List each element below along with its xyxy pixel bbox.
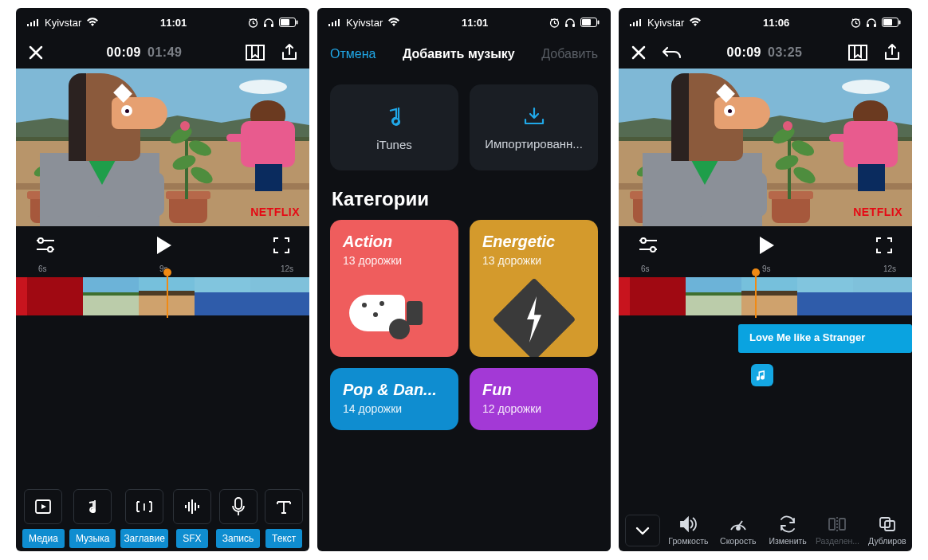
svg-rect-44: [883, 19, 892, 25]
split-icon: [828, 515, 847, 533]
svg-rect-5: [264, 24, 266, 27]
audio-track[interactable]: Love Me like a Stranger: [619, 324, 912, 353]
battery-icon: [580, 18, 600, 27]
bookmark-button[interactable]: [847, 43, 869, 62]
category-pop-dance[interactable]: Pop & Dan... 14 дорожки: [330, 368, 458, 430]
clock-label: 11:06: [763, 17, 789, 29]
share-button[interactable]: [281, 43, 298, 62]
cancel-button[interactable]: Отмена: [330, 47, 376, 61]
video-preview[interactable]: NETFLIX: [16, 69, 309, 226]
status-bar: Kyivstar 11:01: [317, 8, 611, 37]
section-title: Категории: [317, 170, 611, 220]
svg-rect-38: [636, 21, 638, 26]
fullscreen-button[interactable]: [875, 237, 893, 254]
timeline-ruler: 6s9s12s: [619, 264, 912, 276]
svg-rect-22: [195, 503, 196, 511]
svg-rect-0: [27, 24, 29, 26]
import-itunes[interactable]: iTunes: [330, 84, 458, 170]
bolt-icon: [492, 278, 576, 357]
add-button[interactable]: Добавить: [541, 47, 598, 61]
collapse-button[interactable]: [625, 515, 660, 546]
audio-clip[interactable]: Love Me like a Stranger: [738, 324, 912, 353]
svg-rect-20: [188, 502, 190, 511]
svg-point-46: [641, 238, 646, 243]
tool-media[interactable]: Медиа: [22, 489, 65, 548]
tool-speed[interactable]: Скорость: [714, 515, 763, 546]
tool-text[interactable]: Текст: [265, 489, 303, 548]
svg-rect-36: [630, 24, 631, 26]
carrier-label: Kyivstar: [647, 17, 684, 29]
tool-duplicate[interactable]: Дублиров: [863, 515, 912, 546]
screen-music-picker: Kyivstar 11:01 Отмена Добавить музыку До…: [317, 8, 611, 551]
undo-button[interactable]: [662, 45, 682, 61]
tool-split[interactable]: Разделен...: [812, 515, 862, 546]
status-bar: Kyivstar 11:06: [619, 8, 912, 37]
battery-icon: [279, 18, 298, 27]
close-button[interactable]: [27, 44, 45, 61]
headphones-icon: [866, 18, 877, 28]
playhead[interactable]: [755, 273, 757, 318]
import-label: iTunes: [376, 138, 411, 151]
timeline[interactable]: [16, 276, 309, 316]
svg-point-17: [91, 508, 96, 513]
svg-text:I: I: [143, 502, 145, 513]
svg-point-13: [48, 247, 53, 252]
timeline[interactable]: [619, 276, 912, 316]
gauge-icon: [729, 515, 748, 533]
signal-icon: [630, 18, 643, 26]
svg-rect-37: [633, 22, 635, 26]
music-note-icon: [757, 369, 768, 382]
settings-button[interactable]: [638, 237, 659, 254]
category-fun[interactable]: Fun 12 дорожки: [470, 368, 598, 430]
tool-label: Скорость: [720, 536, 756, 546]
svg-rect-53: [829, 519, 835, 530]
modal-title: Добавить музыку: [403, 47, 515, 61]
tool-music[interactable]: Музыка: [69, 489, 116, 548]
svg-rect-8: [281, 19, 289, 25]
preview-controls: [16, 226, 309, 264]
fullscreen-button[interactable]: [273, 237, 290, 254]
bookmark-button[interactable]: [244, 43, 266, 62]
svg-rect-28: [338, 19, 340, 26]
import-files[interactable]: Импортированн...: [470, 84, 598, 170]
close-button[interactable]: [630, 44, 647, 61]
category-grid: Action 13 дорожки Energetic 13 дорожки P…: [317, 220, 611, 430]
tool-record[interactable]: Запись: [216, 489, 260, 548]
play-button[interactable]: [760, 237, 774, 254]
play-button[interactable]: [157, 237, 171, 254]
svg-point-10: [38, 238, 43, 243]
svg-point-49: [651, 247, 655, 252]
svg-rect-39: [639, 19, 641, 26]
music-marker[interactable]: [751, 364, 773, 386]
svg-rect-27: [335, 21, 336, 26]
headphones-icon: [263, 18, 274, 28]
svg-rect-6: [271, 24, 273, 27]
svg-rect-54: [840, 519, 845, 530]
top-nav: 00:09 03:25: [619, 37, 912, 69]
tool-title[interactable]: I Заглавие: [120, 489, 167, 548]
tool-volume[interactable]: Громкость: [663, 515, 713, 546]
preview-controls: [619, 226, 912, 264]
video-preview[interactable]: NETFLIX: [619, 69, 912, 226]
music-note-icon: [384, 104, 405, 128]
wifi-icon: [387, 18, 400, 27]
svg-rect-19: [185, 505, 187, 508]
svg-rect-1: [30, 22, 32, 26]
tool-label: Громкость: [668, 536, 708, 546]
bottom-toolbar: Медиа Музыка I Заглавие SFX Запись Текст: [16, 489, 309, 551]
category-energetic[interactable]: Energetic 13 дорожки: [470, 220, 598, 357]
settings-button[interactable]: [35, 237, 56, 254]
alarm-icon: [851, 18, 861, 28]
import-label: Импортированн...: [485, 137, 583, 151]
tool-sfx[interactable]: SFX: [173, 489, 211, 548]
tool-edit[interactable]: Изменить: [763, 515, 812, 546]
playhead[interactable]: [167, 273, 168, 318]
playhead-time: 00:09: [107, 45, 141, 60]
category-action[interactable]: Action 13 дорожки: [330, 220, 458, 357]
svg-rect-9: [296, 21, 297, 25]
tool-label: Дублиров: [868, 536, 906, 546]
share-button[interactable]: [883, 43, 901, 62]
carrier-label: Kyivstar: [45, 17, 81, 29]
alarm-icon: [248, 18, 258, 28]
tool-label: Разделен...: [816, 536, 859, 546]
